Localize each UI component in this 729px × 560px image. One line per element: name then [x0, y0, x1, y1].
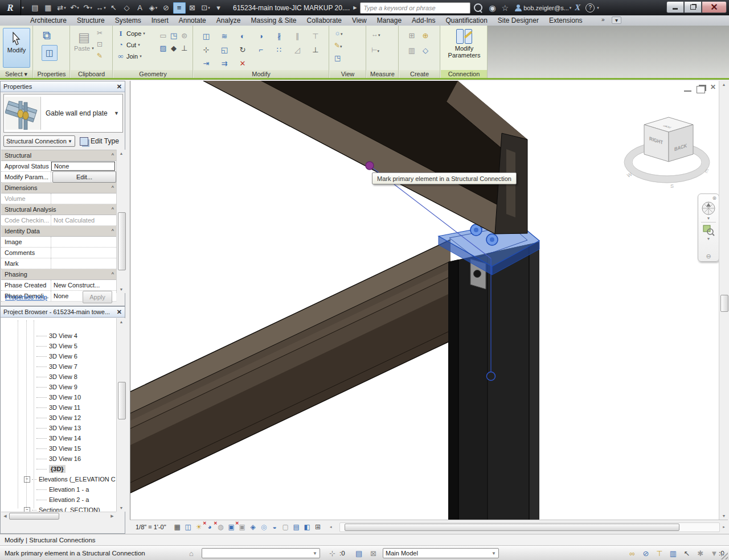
collapse-chevron-icon[interactable]: ^ [112, 228, 113, 234]
thin-lines-icon[interactable]: ≡ [173, 2, 186, 14]
ribbon-tab[interactable]: Massing & Site [246, 15, 302, 26]
view-minimize-icon[interactable] [684, 84, 691, 92]
trim-corner-icon[interactable]: ⇥ [197, 56, 215, 70]
worksets-combo[interactable]: ▼ [202, 548, 320, 558]
property-row[interactable]: Phase Created New Construct... [1, 280, 116, 291]
select-underlay-icon[interactable]: ⊘ [639, 549, 653, 558]
create-panel-label[interactable]: Create [399, 70, 440, 78]
steel-beam-upper[interactable] [203, 81, 527, 234]
select-links-icon[interactable]: ∞ [625, 549, 639, 558]
locked-3d-icon[interactable]: ◈ [248, 523, 259, 531]
property-row[interactable]: Image [1, 237, 116, 248]
editable-only-icon[interactable]: ⊹ [329, 546, 335, 560]
text-icon[interactable]: A [134, 2, 146, 14]
minimize-button[interactable] [666, 1, 684, 13]
split-face-icon[interactable]: ▨ [158, 42, 169, 54]
scroll-right-icon[interactable]: ▶ [108, 514, 116, 518]
properties-panel-label[interactable]: Properties [34, 70, 69, 78]
user-menu-arrow-icon[interactable]: ▾ [570, 6, 572, 10]
drag-on-selection-icon[interactable]: ↖ [680, 549, 694, 558]
section-icon[interactable]: ⊘ [160, 2, 173, 14]
ribbon-tab[interactable]: Add-Ins [407, 15, 440, 26]
tree-item[interactable]: 3D View 15 [1, 443, 116, 454]
sun-path-icon[interactable]: ☀✕ [194, 523, 204, 531]
show-crop-icon[interactable]: ▣ [237, 523, 248, 531]
create-parts-icon[interactable]: ▥ [405, 43, 419, 57]
ribbon-tab[interactable]: Analyze [211, 15, 246, 26]
undo-icon[interactable]: ↶▾ [68, 2, 81, 14]
design-options-dialog-icon[interactable]: ▤ [355, 546, 362, 560]
transfer-icon[interactable]: ⇄▾ [55, 2, 68, 14]
compass-south-label[interactable]: S [670, 183, 674, 189]
browser-scrollbar[interactable]: ▲ ▼ [116, 318, 126, 512]
scroll-up-icon[interactable]: ▲ [117, 318, 126, 326]
canvas-hscroll-thumb[interactable] [345, 524, 679, 531]
paste-button[interactable]: ▤ Paste▾ [74, 30, 94, 52]
scroll-down-icon[interactable]: ▼ [117, 504, 126, 512]
type-selector-arrow-icon[interactable]: ▼ [114, 110, 119, 116]
drawing-area[interactable]: W S E TOP RIGHT BACK Mark primary elemen… [130, 81, 719, 520]
tree-item[interactable]: {3D} [1, 464, 116, 474]
signed-in-user[interactable]: bob.zeigler@s... [523, 5, 569, 11]
pin-icon[interactable]: ⊥ [306, 43, 325, 56]
split-icon[interactable]: ∦ [270, 29, 288, 43]
type-selector[interactable]: Gable wall end plate ▼ [3, 94, 123, 133]
scale-icon[interactable]: ◿ [288, 43, 306, 56]
create-group-icon[interactable]: ⊞ [405, 28, 419, 43]
tree-item[interactable]: 3D View 8 [1, 372, 116, 382]
open-icon[interactable]: ▤ [29, 2, 42, 14]
tree-item[interactable]: 3D View 6 [1, 351, 116, 361]
canvas-hscrollbar[interactable] [339, 522, 720, 532]
cope-button[interactable]: I Cope▾ [117, 28, 145, 39]
view-scale[interactable]: 1/8" = 1'-0" [136, 524, 166, 530]
tree-item[interactable]: 3D View 11 [1, 402, 116, 413]
reveal-hidden-icon[interactable]: ◒ [269, 523, 280, 531]
tree-item[interactable]: Elevation 2 - a [1, 495, 116, 505]
collapse-chevron-icon[interactable]: ^ [112, 153, 113, 158]
modify-panel-label[interactable]: Modify [194, 70, 329, 78]
copy-icon[interactable]: ⊡ [97, 40, 103, 48]
properties-close-icon[interactable]: ✕ [117, 83, 122, 90]
wall-join-icon[interactable]: ◳ [169, 29, 179, 42]
ribbon-tab[interactable]: Structure [72, 15, 110, 26]
title-expander-icon[interactable]: ▶ [353, 5, 357, 10]
rotate-icon[interactable]: ↻ [234, 43, 252, 56]
delete-icon[interactable]: ✕ [234, 56, 252, 70]
cut-icon[interactable]: ✂ [97, 29, 103, 37]
tag-icon[interactable]: ◇ [121, 2, 133, 14]
temporary-view-icon[interactable]: ▢ [280, 523, 291, 531]
zoom-region-icon[interactable] [702, 224, 715, 236]
view-restore-icon[interactable] [697, 86, 705, 93]
help-icon[interactable]: ? [585, 3, 595, 13]
ribbon-tab[interactable]: Quantification [440, 15, 492, 26]
mirror-axis-icon[interactable]: ◐ [234, 29, 252, 43]
search-icon[interactable] [474, 3, 482, 12]
customize-qat-icon[interactable]: ▾ [212, 2, 225, 14]
steering-wheel-icon[interactable] [701, 201, 716, 216]
property-row[interactable]: Structural Analysis ^ [1, 204, 116, 215]
tree-item[interactable]: Elevation 1 - a [1, 484, 116, 495]
select-by-face-icon[interactable]: ▥ [666, 549, 680, 558]
project-browser-close-icon[interactable]: ✕ [117, 308, 122, 316]
worksharing-display-icon[interactable]: ▤ [291, 523, 302, 531]
split-gap-icon[interactable]: ∥ [288, 29, 306, 43]
select-panel-label[interactable]: Select ▾ [0, 70, 32, 78]
rendering-icon[interactable]: ◍ [215, 523, 226, 531]
analytical-model-icon[interactable]: ◧ [302, 523, 313, 531]
close-button[interactable]: ✕ [702, 1, 727, 13]
crop-view-icon[interactable]: ▣✕ [226, 523, 237, 531]
restore-button[interactable] [684, 1, 702, 13]
scroll-up-icon[interactable]: ▲ [719, 81, 728, 88]
collapse-chevron-icon[interactable]: ^ [112, 207, 113, 212]
create-assembly-icon[interactable]: ◇ [419, 43, 432, 57]
hscroll-left-icon[interactable]: ◂ [327, 525, 335, 529]
tree-collapse-icon[interactable]: − [24, 507, 30, 512]
match-type-icon[interactable]: ✎ [97, 52, 103, 60]
navbar-wheel-arrow-icon[interactable]: ▼ [707, 216, 711, 220]
paint-icon[interactable]: ◆ [169, 42, 179, 54]
ribbon-tab[interactable]: Collaborate [302, 15, 347, 26]
property-row[interactable]: Modify Param... Edit... [1, 172, 116, 183]
ribbon-tab[interactable]: Extensions [544, 15, 588, 26]
redo-icon[interactable]: ↷▾ [81, 2, 94, 14]
property-row[interactable]: Dimensions ^ [1, 183, 116, 193]
